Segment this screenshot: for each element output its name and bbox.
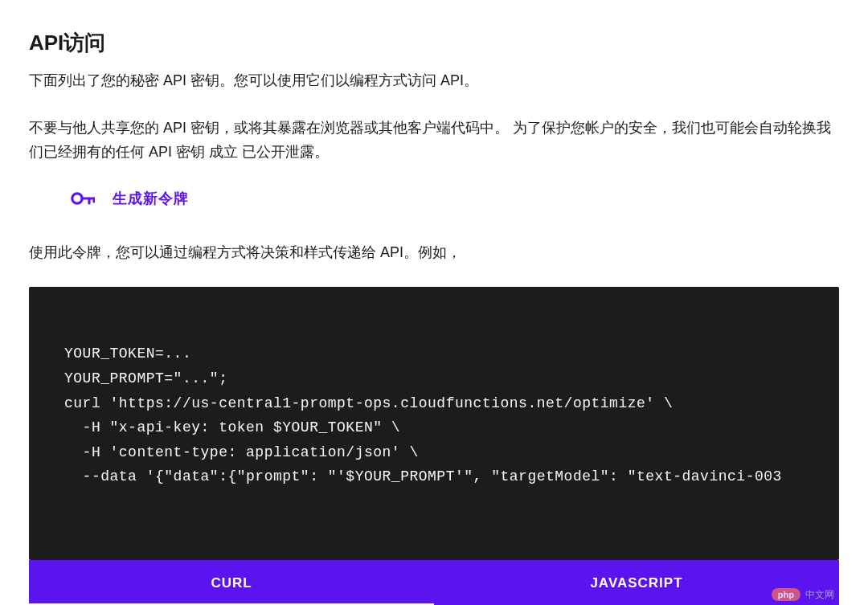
intro-paragraph-2: 不要与他人共享您的 API 密钥，或将其暴露在浏览器或其他客户端代码中。 为了保… [29,116,839,165]
intro-paragraph-1: 下面列出了您的秘密 API 密钥。您可以使用它们以编程方式访问 API。 [29,68,839,93]
code-content: YOUR_TOKEN=... YOUR_PROMPT="..."; curl '… [64,341,804,489]
key-icon [71,191,95,206]
generate-token-button[interactable]: 生成新令牌 [29,189,839,208]
page-title: API访问 [29,29,839,57]
tab-curl-label: CURL [211,575,252,591]
watermark-badge: php [772,588,800,601]
watermark-text: 中文网 [805,588,834,602]
svg-point-0 [72,194,82,203]
usage-paragraph: 使用此令牌，您可以通过编程方式将决策和样式传递给 API。例如， [29,240,839,265]
generate-token-label: 生成新令牌 [113,189,189,208]
tab-curl[interactable]: CURL [29,560,434,605]
code-block: YOUR_TOKEN=... YOUR_PROMPT="..."; curl '… [29,287,839,560]
language-tabs: CURL JAVASCRIPT [29,560,839,605]
tab-javascript-label: JAVASCRIPT [590,575,682,591]
watermark: php 中文网 [772,588,834,602]
